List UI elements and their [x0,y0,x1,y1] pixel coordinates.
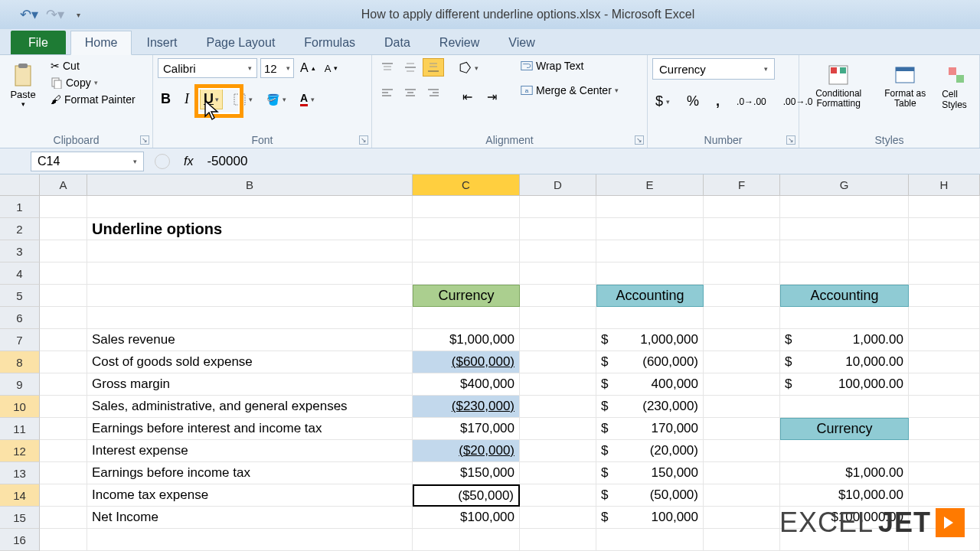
font-color-button[interactable]: A▾ [297,90,318,108]
cell[interactable] [40,285,87,307]
align-right-button[interactable] [423,84,444,103]
col-header[interactable]: H [909,174,980,195]
row-header[interactable]: 9 [0,373,40,396]
cell[interactable] [40,307,87,329]
tab-data[interactable]: Data [370,31,425,54]
font-launcher[interactable]: ↘ [359,135,368,145]
cell[interactable]: Accounting [596,285,704,307]
cell[interactable] [40,529,87,551]
increase-indent-button[interactable]: ⇥ [481,87,502,106]
cell[interactable] [704,462,780,484]
cell[interactable] [704,285,780,307]
cell[interactable]: $1,000,000 [413,329,520,351]
cell[interactable] [40,462,87,484]
select-all-corner[interactable] [0,174,40,195]
row-header[interactable]: 15 [0,507,40,529]
cell[interactable]: ($600,000) [413,351,520,373]
row-header[interactable]: 5 [0,285,40,307]
orientation-button[interactable]: ⭔▾ [456,58,502,78]
cell[interactable]: $170,000 [413,418,520,440]
row-header[interactable]: 7 [0,329,40,351]
cell[interactable] [596,529,704,551]
cell[interactable]: Earnings before interest and income tax [87,418,413,440]
cell[interactable] [520,440,596,462]
cell[interactable] [704,351,780,373]
cell[interactable] [596,307,704,329]
cell[interactable] [704,329,780,351]
cell[interactable] [40,262,87,285]
cell[interactable] [40,240,87,262]
tab-file[interactable]: File [11,31,66,54]
cell[interactable] [87,262,413,285]
copy-button[interactable]: Copy▾ [47,75,139,90]
cell[interactable] [704,484,780,507]
cell[interactable]: $150,000 [596,462,704,484]
number-launcher[interactable]: ↘ [786,135,795,145]
cell[interactable] [520,396,596,418]
cell[interactable]: $400,000 [413,373,520,396]
cell[interactable] [596,196,704,218]
cell[interactable] [87,196,413,218]
cell[interactable]: $(50,000) [596,484,704,507]
row-header[interactable]: 3 [0,240,40,262]
format-painter-button[interactable]: 🖌Format Painter [47,92,139,107]
cell[interactable]: $400,000 [596,373,704,396]
undo-icon[interactable]: ↶▾ [20,6,38,23]
cell[interactable]: $150,000 [413,462,520,484]
increase-decimal-button[interactable]: .0→.00 [733,95,769,109]
cell[interactable] [909,285,980,307]
cell[interactable]: $(20,000) [596,440,704,462]
cell[interactable] [780,196,909,218]
cell[interactable] [704,240,780,262]
cell[interactable] [909,351,980,373]
cell[interactable] [520,196,596,218]
cell[interactable] [520,240,596,262]
row-header[interactable]: 16 [0,529,40,551]
col-header[interactable]: G [780,174,909,195]
cell[interactable] [704,529,780,551]
cell[interactable] [780,240,909,262]
decrease-indent-button[interactable]: ⇤ [456,87,478,106]
row-header[interactable]: 10 [0,396,40,418]
redo-icon[interactable]: ↷▾ [46,6,64,23]
cell[interactable] [520,351,596,373]
cell[interactable] [596,218,704,240]
cell[interactable] [520,462,596,484]
cell[interactable] [87,529,413,551]
cell[interactable] [40,507,87,529]
cell[interactable] [909,418,980,440]
cell[interactable] [704,373,780,396]
format-as-table-button[interactable]: Format as Table [879,58,931,112]
percent-format-button[interactable]: % [684,92,702,111]
align-left-button[interactable] [377,84,398,103]
row-header[interactable]: 13 [0,462,40,484]
cell[interactable] [704,440,780,462]
cell[interactable] [40,484,87,507]
fx-icon[interactable]: fx [184,155,193,168]
cell[interactable] [909,196,980,218]
cell[interactable] [413,240,520,262]
cell[interactable] [520,529,596,551]
cell[interactable] [520,285,596,307]
cell[interactable] [40,351,87,373]
cell[interactable] [780,262,909,285]
cell[interactable]: Underline options [87,218,413,240]
cell[interactable] [909,307,980,329]
cell[interactable] [909,462,980,484]
formula-input[interactable]: -50000 [207,154,247,169]
tab-formulas[interactable]: Formulas [289,31,370,54]
cell[interactable] [520,262,596,285]
clipboard-launcher[interactable]: ↘ [140,135,149,145]
tab-review[interactable]: Review [425,31,494,54]
cell-styles-button[interactable]: Cell Styles [937,58,975,113]
cell[interactable]: Earnings before income tax [87,462,413,484]
cell[interactable] [704,307,780,329]
cell[interactable] [780,218,909,240]
conditional-formatting-button[interactable]: Conditional Formatting [804,58,873,112]
cell[interactable] [40,396,87,418]
row-header[interactable]: 4 [0,262,40,285]
bold-button[interactable]: B [158,90,174,109]
cell[interactable] [87,240,413,262]
cell[interactable] [909,396,980,418]
cell[interactable] [413,218,520,240]
